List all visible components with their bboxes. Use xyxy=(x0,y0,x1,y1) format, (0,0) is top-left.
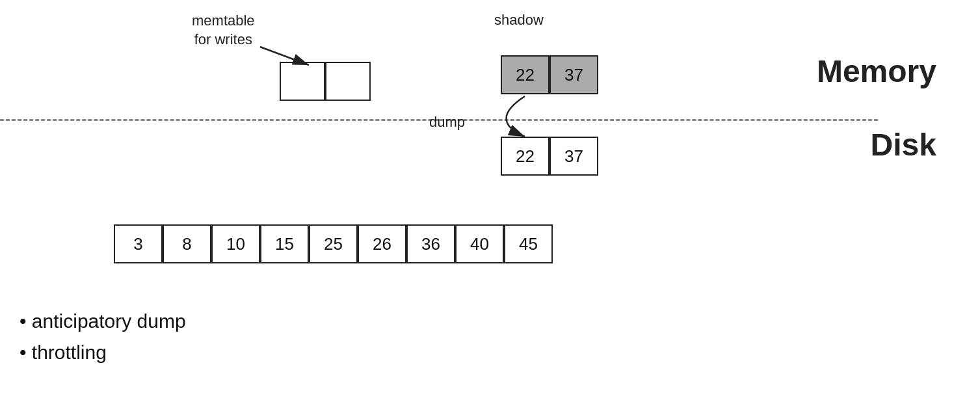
shadow-label: shadow xyxy=(494,12,544,29)
sst-cell-10: 10 xyxy=(211,224,260,263)
bullet-anticipatory-dump: anticipatory dump xyxy=(20,306,186,337)
shadow-cell-22: 22 xyxy=(501,55,550,94)
diagram-container: Memory Disk memtablefor writes shadow 22… xyxy=(0,0,980,402)
bullet-throttling: throttling xyxy=(20,337,186,368)
sst-cell-45: 45 xyxy=(504,224,553,263)
sst-cell-26: 26 xyxy=(358,224,406,263)
sst-cell-3: 3 xyxy=(114,224,163,263)
memtable-label: memtablefor writes xyxy=(192,12,255,49)
memtable-cell-2 xyxy=(325,62,371,101)
sst-box: 3 8 10 15 25 26 36 40 45 xyxy=(114,224,553,263)
sst-cell-25: 25 xyxy=(309,224,358,263)
bullet-list: anticipatory dump throttling xyxy=(20,306,186,368)
sst-cell-36: 36 xyxy=(406,224,455,263)
disk-copy-cell-37: 37 xyxy=(550,137,598,176)
disk-copy-box: 22 37 xyxy=(501,137,598,176)
sst-cell-40: 40 xyxy=(455,224,504,263)
shadow-cell-37: 37 xyxy=(550,55,598,94)
disk-label: Disk xyxy=(871,127,936,163)
disk-copy-cell-22: 22 xyxy=(501,137,550,176)
sst-cell-8: 8 xyxy=(163,224,211,263)
dump-label: dump xyxy=(429,114,465,131)
sst-cell-15: 15 xyxy=(260,224,309,263)
memory-label: Memory xyxy=(817,53,936,89)
memtable-cell-1 xyxy=(280,62,325,101)
memtable-box xyxy=(280,62,371,101)
shadow-box: 22 37 xyxy=(501,55,598,94)
